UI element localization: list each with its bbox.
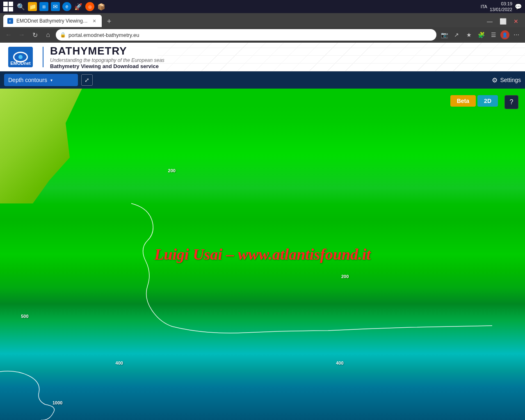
- window-maximize-button[interactable]: ⬜: [497, 16, 509, 27]
- back-button[interactable]: ←: [3, 30, 14, 40]
- forward-button[interactable]: →: [16, 30, 27, 40]
- settings-button[interactable]: ⚙ Settings: [492, 76, 521, 84]
- address-bar[interactable]: 🔒 portal.emodnet-bathymetry.eu: [56, 29, 436, 41]
- taskbar-mail-icon[interactable]: ✉: [51, 2, 60, 11]
- watermark-text: Luigi Usai – www.atlantisfound.it: [154, 245, 371, 263]
- expand-button[interactable]: ⤢: [81, 74, 93, 86]
- tab-label: EMODnet Bathymetry Viewing a...: [16, 18, 88, 24]
- depth-contours-dropdown[interactable]: Depth contours ▾: [4, 74, 78, 86]
- extensions-icon[interactable]: 🧩: [476, 30, 486, 40]
- contour-lines-overlay: [0, 89, 525, 420]
- taskbar-right: ITA 03:19 13/01/2022 💬: [481, 1, 522, 13]
- taskbar-language: ITA: [481, 4, 487, 9]
- taskbar-time: 03:19 13/01/2022: [490, 1, 512, 13]
- gear-icon: ⚙: [492, 76, 498, 84]
- expand-icon: ⤢: [84, 77, 89, 83]
- taskbar-extra-icon[interactable]: 📦: [97, 2, 106, 11]
- window-minimize-button[interactable]: —: [484, 16, 495, 27]
- bookmark-icon[interactable]: ★: [463, 30, 474, 40]
- contour-label-1000: 1000: [52, 400, 62, 405]
- toolbar: Depth contours ▾ ⤢ ⚙ Settings: [0, 71, 525, 89]
- nav-bar: ← → ↻ ⌂ 🔒 portal.emodnet-bathymetry.eu 📷…: [0, 27, 525, 43]
- taskbar-file-icon[interactable]: 📁: [28, 2, 37, 11]
- tab-close-button[interactable]: ×: [91, 18, 98, 24]
- tab-favicon: E: [7, 18, 13, 24]
- menu-icon[interactable]: ⋯: [511, 30, 522, 40]
- logo-area: EMODnet: [8, 47, 36, 67]
- taskbar-store-icon[interactable]: ⊞: [39, 2, 48, 11]
- app-header: EMODnet BATHYMETRY Understanding the top…: [0, 43, 525, 71]
- map-area[interactable]: 200 200 500 400 400 1000 Luigi Usai – ww…: [0, 89, 525, 420]
- contour-label-200-lower: 200: [341, 274, 349, 279]
- taskbar-notification[interactable]: 💬: [515, 3, 522, 10]
- contour-label-400-right: 400: [336, 361, 343, 365]
- app-service: Bathymetry Viewing and Download service: [50, 63, 164, 69]
- reload-button[interactable]: ↻: [30, 30, 40, 40]
- emodnet-logo: EMODnet: [8, 47, 33, 67]
- help-button[interactable]: ?: [504, 95, 518, 109]
- contour-label-200-upper: 200: [168, 168, 176, 173]
- settings-label: Settings: [500, 77, 521, 83]
- nav-right-icons: 📷 ↗ ★ 🧩 ☰ 👤 ⋯: [439, 30, 522, 40]
- contour-label-400-left: 400: [116, 361, 123, 365]
- taskbar-apps-icon[interactable]: 🚀: [74, 2, 83, 11]
- profile-icon[interactable]: 👤: [500, 30, 509, 39]
- window-close-button[interactable]: ✕: [510, 16, 522, 27]
- share-icon[interactable]: ↗: [451, 30, 462, 40]
- url-text: portal.emodnet-bathymetry.eu: [68, 32, 432, 38]
- app-title-area: BATHYMETRY Understanding the topography …: [50, 45, 164, 69]
- header-divider: [43, 47, 43, 67]
- home-button[interactable]: ⌂: [43, 30, 53, 40]
- tab-bar: E EMODnet Bathymetry Viewing a... × + — …: [0, 13, 525, 27]
- start-button[interactable]: [3, 2, 13, 11]
- map-canvas: 200 200 500 400 400 1000 Luigi Usai – ww…: [0, 89, 525, 420]
- view-2d-button[interactable]: 2D: [477, 95, 498, 107]
- depth-contours-label: Depth contours: [8, 77, 47, 83]
- header-bg-decoration: [158, 43, 525, 71]
- screenshots-icon[interactable]: 📷: [439, 30, 450, 40]
- dropdown-arrow-icon: ▾: [50, 78, 52, 82]
- land-mass-topleft: [0, 89, 82, 203]
- app-title: BATHYMETRY: [50, 45, 164, 57]
- new-tab-button[interactable]: +: [103, 16, 115, 27]
- app-subtitle: Understanding the topography of the Euro…: [50, 57, 164, 63]
- taskbar-browser-icon[interactable]: ◎: [85, 2, 94, 11]
- taskbar-icons: 🔍 📁 ⊞ ✉ e 🚀 ◎ 📦: [16, 2, 477, 11]
- ssl-lock-icon: 🔒: [60, 32, 66, 38]
- active-tab[interactable]: E EMODnet Bathymetry Viewing a... ×: [3, 15, 102, 27]
- emodnet-text: EMODnet: [10, 61, 31, 66]
- browser-chrome: E EMODnet Bathymetry Viewing a... × + — …: [0, 13, 525, 43]
- collections-icon[interactable]: ☰: [488, 30, 499, 40]
- contour-label-500: 500: [21, 314, 28, 319]
- beta-button[interactable]: Beta: [450, 95, 476, 107]
- windows-taskbar: 🔍 📁 ⊞ ✉ e 🚀 ◎ 📦 ITA 03:19 13/01/2022 💬: [0, 0, 525, 13]
- taskbar-edge-icon[interactable]: e: [62, 2, 71, 11]
- taskbar-search-icon[interactable]: 🔍: [16, 2, 25, 11]
